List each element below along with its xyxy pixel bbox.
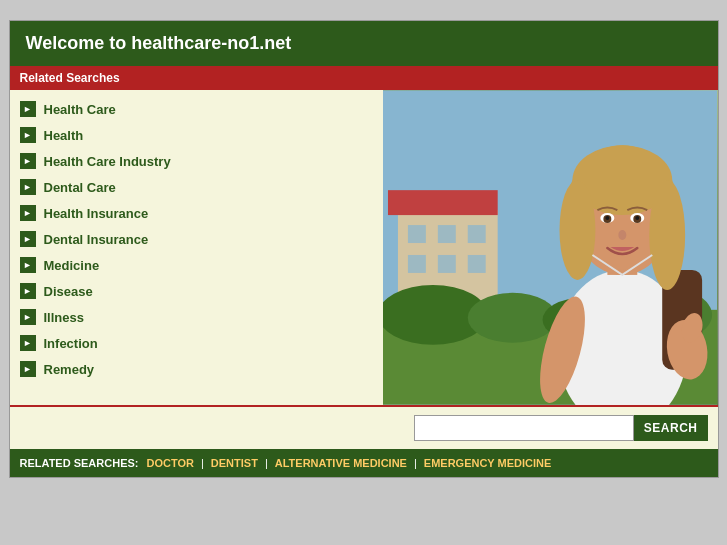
left-panel: ► Health Care ► Health ► Health Care Ind… bbox=[10, 90, 384, 405]
list-item[interactable]: ► Infection bbox=[10, 330, 384, 356]
separator: | bbox=[265, 457, 268, 469]
svg-point-21 bbox=[560, 180, 596, 280]
svg-point-29 bbox=[619, 230, 627, 240]
list-item[interactable]: ► Disease bbox=[10, 278, 384, 304]
bullet-icon: ► bbox=[20, 179, 36, 195]
bottom-link-dentist[interactable]: DENTIST bbox=[211, 457, 258, 469]
page-wrapper: Welcome to healthcare-no1.net Related Se… bbox=[9, 20, 719, 478]
link-dental-insurance[interactable]: Dental Insurance bbox=[44, 232, 149, 247]
list-item[interactable]: ► Dental Care bbox=[10, 174, 384, 200]
svg-rect-7 bbox=[408, 255, 426, 273]
svg-point-27 bbox=[606, 216, 610, 220]
svg-point-28 bbox=[636, 216, 640, 220]
link-health[interactable]: Health bbox=[44, 128, 84, 143]
svg-rect-6 bbox=[468, 225, 486, 243]
link-health-care[interactable]: Health Care bbox=[44, 102, 116, 117]
bullet-icon: ► bbox=[20, 101, 36, 117]
related-searches-bar: Related Searches bbox=[10, 66, 718, 90]
svg-rect-9 bbox=[468, 255, 486, 273]
right-panel bbox=[383, 90, 717, 405]
list-item[interactable]: ► Health Care Industry bbox=[10, 148, 384, 174]
svg-rect-5 bbox=[438, 225, 456, 243]
svg-rect-8 bbox=[438, 255, 456, 273]
link-infection[interactable]: Infection bbox=[44, 336, 98, 351]
search-input[interactable] bbox=[414, 415, 634, 441]
link-illness[interactable]: Illness bbox=[44, 310, 84, 325]
bullet-icon: ► bbox=[20, 309, 36, 325]
bullet-icon: ► bbox=[20, 283, 36, 299]
bullet-icon: ► bbox=[20, 153, 36, 169]
svg-point-22 bbox=[650, 180, 686, 290]
bullet-icon: ► bbox=[20, 335, 36, 351]
related-searches-label: Related Searches bbox=[20, 71, 120, 85]
bottom-link-doctor[interactable]: DOCTOR bbox=[146, 457, 193, 469]
bullet-icon: ► bbox=[20, 257, 36, 273]
list-item[interactable]: ► Health Care bbox=[10, 96, 384, 122]
bullet-icon: ► bbox=[20, 361, 36, 377]
list-item[interactable]: ► Health bbox=[10, 122, 384, 148]
svg-rect-3 bbox=[388, 190, 498, 215]
list-item[interactable]: ► Medicine bbox=[10, 252, 384, 278]
bottom-link-emergency-medicine[interactable]: EMERGENCY MEDICINE bbox=[424, 457, 552, 469]
header-bar: Welcome to healthcare-no1.net bbox=[10, 21, 718, 66]
hero-image bbox=[383, 90, 717, 405]
search-button[interactable]: SEARCH bbox=[634, 415, 708, 441]
svg-rect-4 bbox=[408, 225, 426, 243]
link-dental-care[interactable]: Dental Care bbox=[44, 180, 116, 195]
bottom-bar: RELATED SEARCHES: DOCTOR | DENTIST | ALT… bbox=[10, 449, 718, 477]
list-item[interactable]: ► Health Insurance bbox=[10, 200, 384, 226]
main-content: ► Health Care ► Health ► Health Care Ind… bbox=[10, 90, 718, 405]
header-title: Welcome to healthcare-no1.net bbox=[26, 33, 292, 53]
bottom-link-alternative-medicine[interactable]: ALTERNATIVE MEDICINE bbox=[275, 457, 407, 469]
list-item[interactable]: ► Dental Insurance bbox=[10, 226, 384, 252]
list-item[interactable]: ► Illness bbox=[10, 304, 384, 330]
link-health-care-industry[interactable]: Health Care Industry bbox=[44, 154, 171, 169]
bullet-icon: ► bbox=[20, 127, 36, 143]
bottom-related-label: RELATED SEARCHES: bbox=[20, 457, 139, 469]
list-item[interactable]: ► Remedy bbox=[10, 356, 384, 382]
link-health-insurance[interactable]: Health Insurance bbox=[44, 206, 149, 221]
separator: | bbox=[201, 457, 204, 469]
separator: | bbox=[414, 457, 417, 469]
bullet-icon: ► bbox=[20, 231, 36, 247]
link-medicine[interactable]: Medicine bbox=[44, 258, 100, 273]
search-bar-area: SEARCH bbox=[10, 405, 718, 449]
bullet-icon: ► bbox=[20, 205, 36, 221]
link-disease[interactable]: Disease bbox=[44, 284, 93, 299]
link-remedy[interactable]: Remedy bbox=[44, 362, 95, 377]
